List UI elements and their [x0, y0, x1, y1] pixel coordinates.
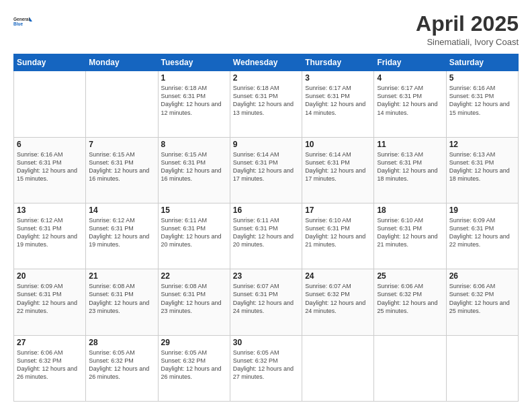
day-info: Sunrise: 6:06 AMSunset: 6:32 PMDaylight:…: [377, 282, 443, 315]
calendar-cell: 12Sunrise: 6:13 AMSunset: 6:31 PMDayligh…: [446, 137, 518, 203]
calendar-cell: 29Sunrise: 6:05 AMSunset: 6:32 PMDayligh…: [158, 335, 230, 401]
day-info: Sunrise: 6:12 AMSunset: 6:31 PMDaylight:…: [89, 216, 154, 249]
day-info: Sunrise: 6:13 AMSunset: 6:31 PMDaylight:…: [449, 150, 515, 183]
calendar-cell: 10Sunrise: 6:14 AMSunset: 6:31 PMDayligh…: [302, 137, 374, 203]
day-info: Sunrise: 6:07 AMSunset: 6:32 PMDaylight:…: [305, 282, 371, 315]
calendar-cell: 13Sunrise: 6:12 AMSunset: 6:31 PMDayligh…: [14, 203, 86, 269]
day-number: 25: [377, 271, 443, 281]
calendar-cell: [374, 335, 446, 401]
weekday-header: Wednesday: [230, 54, 302, 71]
calendar-cell: 19Sunrise: 6:09 AMSunset: 6:31 PMDayligh…: [446, 203, 518, 269]
day-info: Sunrise: 6:18 AMSunset: 6:31 PMDaylight:…: [161, 84, 227, 117]
calendar-cell: 1Sunrise: 6:18 AMSunset: 6:31 PMDaylight…: [158, 71, 230, 137]
calendar-week-row: 20Sunrise: 6:09 AMSunset: 6:31 PMDayligh…: [14, 269, 519, 335]
calendar-cell: 6Sunrise: 6:16 AMSunset: 6:31 PMDaylight…: [14, 137, 86, 203]
day-number: 15: [161, 205, 227, 215]
day-info: Sunrise: 6:05 AMSunset: 6:32 PMDaylight:…: [89, 349, 154, 381]
calendar-cell: 18Sunrise: 6:10 AMSunset: 6:31 PMDayligh…: [374, 203, 446, 269]
day-number: 16: [233, 205, 299, 215]
location: Sinematiali, Ivory Coast: [416, 37, 519, 47]
day-number: 5: [449, 73, 515, 83]
day-info: Sunrise: 6:16 AMSunset: 6:31 PMDaylight:…: [17, 150, 83, 183]
day-number: 29: [161, 338, 227, 347]
calendar-week-row: 1Sunrise: 6:18 AMSunset: 6:31 PMDaylight…: [14, 71, 519, 137]
calendar-cell: 8Sunrise: 6:15 AMSunset: 6:31 PMDaylight…: [158, 137, 230, 203]
day-number: 8: [161, 140, 227, 149]
day-info: Sunrise: 6:09 AMSunset: 6:31 PMDaylight:…: [449, 216, 515, 249]
day-info: Sunrise: 6:14 AMSunset: 6:31 PMDaylight:…: [305, 150, 371, 183]
calendar-cell: 15Sunrise: 6:11 AMSunset: 6:31 PMDayligh…: [158, 203, 230, 269]
day-number: 22: [161, 271, 227, 281]
calendar-cell: 27Sunrise: 6:06 AMSunset: 6:32 PMDayligh…: [14, 335, 86, 401]
day-number: 30: [233, 338, 299, 347]
calendar-week-row: 13Sunrise: 6:12 AMSunset: 6:31 PMDayligh…: [14, 203, 519, 269]
day-info: Sunrise: 6:12 AMSunset: 6:31 PMDaylight:…: [17, 216, 83, 249]
calendar-cell: 3Sunrise: 6:17 AMSunset: 6:31 PMDaylight…: [302, 71, 374, 137]
logo: GeneralBlue: [13, 12, 32, 31]
day-number: 27: [17, 338, 83, 347]
day-number: 6: [17, 140, 83, 149]
calendar-cell: 14Sunrise: 6:12 AMSunset: 6:31 PMDayligh…: [86, 203, 158, 269]
calendar-cell: [302, 335, 374, 401]
day-info: Sunrise: 6:10 AMSunset: 6:31 PMDaylight:…: [305, 216, 371, 249]
day-info: Sunrise: 6:11 AMSunset: 6:31 PMDaylight:…: [161, 216, 227, 249]
day-number: 3: [305, 73, 371, 83]
svg-marker-2: [30, 17, 32, 21]
calendar-cell: [86, 71, 158, 137]
calendar-cell: 24Sunrise: 6:07 AMSunset: 6:32 PMDayligh…: [302, 269, 374, 335]
day-info: Sunrise: 6:17 AMSunset: 6:31 PMDaylight:…: [305, 84, 371, 117]
day-number: 12: [449, 140, 515, 149]
svg-text:Blue: Blue: [13, 21, 23, 26]
day-info: Sunrise: 6:11 AMSunset: 6:31 PMDaylight:…: [233, 216, 299, 249]
day-info: Sunrise: 6:15 AMSunset: 6:31 PMDaylight:…: [161, 150, 227, 183]
weekday-header: Monday: [86, 54, 158, 71]
day-number: 7: [89, 140, 154, 149]
day-info: Sunrise: 6:06 AMSunset: 6:32 PMDaylight:…: [17, 349, 83, 381]
day-info: Sunrise: 6:16 AMSunset: 6:31 PMDaylight:…: [449, 84, 515, 117]
day-number: 4: [377, 73, 443, 83]
day-info: Sunrise: 6:08 AMSunset: 6:31 PMDaylight:…: [89, 282, 154, 315]
day-info: Sunrise: 6:13 AMSunset: 6:31 PMDaylight:…: [377, 150, 443, 183]
calendar-cell: [446, 335, 518, 401]
day-number: 26: [449, 271, 515, 281]
day-info: Sunrise: 6:09 AMSunset: 6:31 PMDaylight:…: [17, 282, 83, 315]
page: GeneralBlue April 2025 Sinematiali, Ivor…: [0, 0, 532, 411]
calendar-cell: 5Sunrise: 6:16 AMSunset: 6:31 PMDaylight…: [446, 71, 518, 137]
calendar-cell: 25Sunrise: 6:06 AMSunset: 6:32 PMDayligh…: [374, 269, 446, 335]
day-number: 10: [305, 140, 371, 149]
calendar-cell: 16Sunrise: 6:11 AMSunset: 6:31 PMDayligh…: [230, 203, 302, 269]
calendar-week-row: 6Sunrise: 6:16 AMSunset: 6:31 PMDaylight…: [14, 137, 519, 203]
day-info: Sunrise: 6:18 AMSunset: 6:31 PMDaylight:…: [233, 84, 299, 117]
weekday-header: Saturday: [446, 54, 518, 71]
calendar-cell: 17Sunrise: 6:10 AMSunset: 6:31 PMDayligh…: [302, 203, 374, 269]
day-number: 19: [449, 205, 515, 215]
calendar-cell: 30Sunrise: 6:05 AMSunset: 6:32 PMDayligh…: [230, 335, 302, 401]
day-number: 23: [233, 271, 299, 281]
day-info: Sunrise: 6:14 AMSunset: 6:31 PMDaylight:…: [233, 150, 299, 183]
calendar-cell: 20Sunrise: 6:09 AMSunset: 6:31 PMDayligh…: [14, 269, 86, 335]
weekday-header-row: SundayMondayTuesdayWednesdayThursdayFrid…: [14, 54, 519, 71]
day-number: 20: [17, 271, 83, 281]
day-number: 11: [377, 140, 443, 149]
day-info: Sunrise: 6:08 AMSunset: 6:31 PMDaylight:…: [161, 282, 227, 315]
day-info: Sunrise: 6:07 AMSunset: 6:31 PMDaylight:…: [233, 282, 299, 315]
calendar-cell: 26Sunrise: 6:06 AMSunset: 6:32 PMDayligh…: [446, 269, 518, 335]
calendar-cell: 23Sunrise: 6:07 AMSunset: 6:31 PMDayligh…: [230, 269, 302, 335]
weekday-header: Friday: [374, 54, 446, 71]
day-info: Sunrise: 6:05 AMSunset: 6:32 PMDaylight:…: [161, 349, 227, 381]
calendar-week-row: 27Sunrise: 6:06 AMSunset: 6:32 PMDayligh…: [14, 335, 519, 401]
logo-icon: GeneralBlue: [13, 12, 32, 31]
weekday-header: Thursday: [302, 54, 374, 71]
calendar-cell: 22Sunrise: 6:08 AMSunset: 6:31 PMDayligh…: [158, 269, 230, 335]
day-number: 21: [89, 271, 154, 281]
day-number: 2: [233, 73, 299, 83]
calendar-cell: 7Sunrise: 6:15 AMSunset: 6:31 PMDaylight…: [86, 137, 158, 203]
day-number: 24: [305, 271, 371, 281]
weekday-header: Sunday: [14, 54, 86, 71]
day-number: 18: [377, 205, 443, 215]
day-info: Sunrise: 6:17 AMSunset: 6:31 PMDaylight:…: [377, 84, 443, 117]
day-number: 17: [305, 205, 371, 215]
day-number: 28: [89, 338, 154, 347]
header: GeneralBlue April 2025 Sinematiali, Ivor…: [13, 12, 519, 47]
day-info: Sunrise: 6:05 AMSunset: 6:32 PMDaylight:…: [233, 349, 299, 381]
